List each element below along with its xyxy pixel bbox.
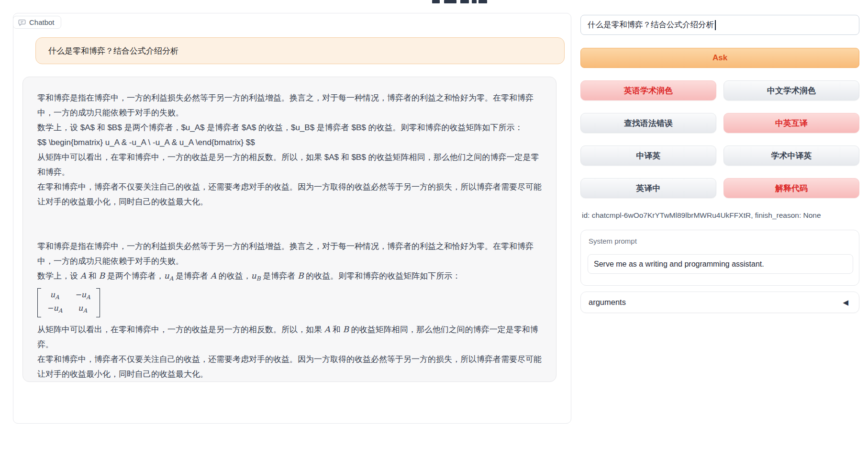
bot-paragraph: 零和博弈是指在博弈中，一方的利益损失必然等于另一方的利益增益。换言之，对于每一种… [37,239,542,269]
arguments-accordion[interactable]: arguments ◀ [580,292,859,313]
bot-paragraph: $$ \begin{bmatrix} u_A & -u_A \ -u_A & u… [37,135,542,150]
quick-action-button[interactable]: 学术中译英 [723,146,859,166]
inline-math: uA [47,290,62,303]
inline-math: A [324,325,330,334]
quick-action-button[interactable]: 英语学术润色 [580,80,716,101]
system-prompt-input[interactable]: Serve me as a writing and programming as… [588,254,853,274]
arguments-accordion-label: arguments [589,298,843,307]
response-status-line: id: chatcmpl-6wOo7KrYTwMl89lbrMWRu4UkFFX… [582,211,859,220]
inline-math: B [298,271,304,280]
chatbot-label-text: Chatbot [29,18,55,26]
bot-paragraph: 从矩阵中可以看出，在零和博弈中，一方的收益是另一方的相反数。所以，如果 $A$ … [37,150,542,180]
paragraph-gap [37,209,542,239]
user-message-bubble: 什么是零和博弈？结合公式介绍分析 [35,37,565,64]
payoff-matrix: uA−uA−uAuA [37,288,100,317]
inline-math: uB [251,271,261,280]
chat-bubble-icon [18,19,26,26]
question-input[interactable]: 什么是零和博弈？结合公式介绍分析 [580,15,859,35]
partial-page-title [430,0,492,7]
quick-action-button[interactable]: 中文学术润色 [723,80,859,101]
quick-action-grid: 英语学术润色中文学术润色查找语法错误中英互译中译英学术中译英英译中解释代码 [580,80,859,198]
system-prompt-label: System prompt [589,237,859,245]
inline-math: B [343,325,349,334]
inline-math: A [80,271,86,280]
inline-math: B [99,271,105,280]
bot-paragraph: 在零和博弈中，博弈者不仅要关注自己的收益，还需要考虑对手的收益。因为一方取得的收… [37,180,542,209]
inline-math: uA [164,271,174,280]
bot-message: 零和博弈是指在博弈中，一方的利益损失必然等于另一方的利益增益。换言之，对于每一种… [37,90,542,381]
inline-math: −uA [47,303,62,316]
system-prompt-value: Serve me as a writing and programming as… [594,260,764,269]
ask-button-label: Ask [712,53,727,63]
bot-paragraph: 在零和博弈中，博弈者不仅要关注自己的收益，还需要考虑对手的收益。因为一方取得的收… [37,352,542,381]
bot-message-bubble: 零和博弈是指在博弈中，一方的利益损失必然等于另一方的利益增益。换言之，对于每一种… [22,77,556,382]
quick-action-button[interactable]: 中译英 [580,146,716,166]
bot-paragraph: 数学上，设 $A$ 和 $B$ 是两个博弈者，$u_A$ 是博弈者 $A$ 的收… [37,120,542,135]
quick-action-button[interactable]: 英译中 [580,178,716,198]
system-prompt-box: System prompt Serve me as a writing and … [580,230,859,286]
question-input-value: 什么是零和博弈？结合公式介绍分析 [588,20,714,30]
inline-math: uA [75,303,90,316]
chatbot-panel-label: Chatbot [13,16,61,29]
collapse-arrow-icon: ◀ [843,298,848,307]
text-cursor [715,20,716,30]
inline-math: A [211,271,216,280]
ask-button[interactable]: Ask [580,48,859,68]
inline-math: −uA [75,290,90,303]
quick-action-button[interactable]: 解释代码 [723,178,859,198]
quick-action-button[interactable]: 查找语法错误 [580,113,716,133]
bot-paragraph: 数学上，设 A 和 B 是两个博弈者，uA 是博弈者 A 的收益，uB 是博弈者… [37,269,542,286]
bot-paragraph: 从矩阵中可以看出，在零和博弈中，一方的收益是另一方的相反数。所以，如果 A 和 … [37,322,542,352]
user-message-text: 什么是零和博弈？结合公式介绍分析 [48,45,178,56]
bot-paragraph: 零和博弈是指在博弈中，一方的利益损失必然等于另一方的利益增益。换言之，对于每一种… [37,90,542,120]
quick-action-button[interactable]: 中英互译 [723,113,859,133]
chatbot-panel: Chatbot 什么是零和博弈？结合公式介绍分析 零和博弈是指在博弈中，一方的利… [13,13,571,424]
